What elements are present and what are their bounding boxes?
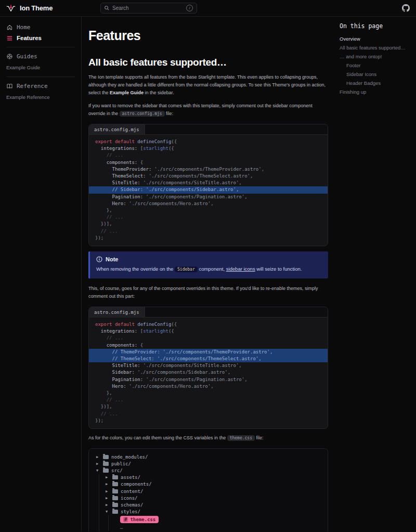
- site-title[interactable]: Ion Theme: [20, 4, 53, 12]
- toc-link[interactable]: Sidebar Icons: [340, 70, 411, 79]
- code-line: export default defineConfig({: [89, 138, 328, 145]
- inline-code: astro.config.mjs: [120, 111, 165, 117]
- tree-folder[interactable]: ▼styles/: [106, 509, 320, 515]
- paragraph: As for the colors, you can edit them usi…: [88, 434, 328, 442]
- github-link[interactable]: [402, 4, 410, 12]
- file-tree: ▶node_modules/▶public/▼src/▶assets/▶comp…: [88, 448, 328, 531]
- sidebar-group-label: Reference: [17, 83, 48, 90]
- code-line: Hero: './src/components/Hero.astro',: [89, 383, 328, 390]
- folder-name: src/: [111, 468, 123, 473]
- caret-right-icon: ▶: [106, 475, 110, 479]
- code-line: });: [89, 417, 328, 424]
- tree-folder[interactable]: ▶public/: [96, 460, 320, 467]
- paragraph: The Ion template supports all features f…: [88, 73, 328, 97]
- folder-name: public/: [111, 461, 131, 466]
- code-line: },: [89, 207, 328, 214]
- caret-down-icon: ▼: [96, 468, 100, 473]
- toc-link[interactable]: Overview: [340, 34, 411, 43]
- caret-down-icon: ▼: [106, 510, 110, 514]
- page-layout: Home Features Guides Example Guide: [0, 17, 416, 531]
- toc-link[interactable]: … and more ontop!: [340, 52, 411, 61]
- tree-ellipsis: …: [120, 525, 123, 530]
- sidebar-item-label: Home: [17, 24, 31, 31]
- sidebar-item-example-reference[interactable]: Example Reference: [6, 92, 75, 102]
- code-line: components: {: [89, 342, 328, 349]
- sidebar-group-guides[interactable]: Guides: [6, 52, 75, 61]
- code-line: ThemeProvider: './src/components/ThemePr…: [89, 166, 328, 173]
- lifebuoy-icon: [6, 54, 13, 59]
- code-area: export default defineConfig({ integratio…: [89, 318, 328, 428]
- code-area: export default defineConfig({ integratio…: [89, 135, 328, 246]
- code-line: // ...: [89, 335, 328, 341]
- sidebar-group-reference[interactable]: Reference: [6, 81, 75, 91]
- code-line: // ...: [89, 411, 328, 417]
- code-line: Pagination: './src/components/Pagination…: [89, 376, 328, 383]
- code-line: integrations: [starlight({: [89, 145, 328, 152]
- folder-icon: [103, 455, 109, 459]
- search-placeholder: Search: [112, 5, 183, 11]
- tree-file: #theme.css: [115, 515, 320, 524]
- file-name: theme.css: [130, 517, 155, 522]
- code-line-highlighted: // ThemeSelect: './src/components/ThemeS…: [89, 356, 328, 362]
- folder-icon: [112, 503, 118, 507]
- book-icon: [6, 83, 13, 89]
- toc-title: On this page: [340, 22, 411, 30]
- code-tab-filename: astro.config.mjs: [89, 307, 145, 317]
- note-body: When removing the override on the Sideba…: [96, 265, 322, 273]
- tree-folder[interactable]: ▶content/: [106, 488, 320, 495]
- sidebar-nav: Home Features Guides Example Guide: [0, 17, 82, 531]
- search-shortcut-badge: /: [186, 5, 193, 11]
- folder-name: assets/: [121, 475, 140, 480]
- tree-folder[interactable]: ▶assets/: [106, 474, 320, 481]
- highlighted-file-badge: #theme.css: [120, 516, 159, 523]
- main-content: Features All basic features supported… T…: [82, 17, 335, 531]
- sidebar-item-features[interactable]: Features: [6, 33, 75, 43]
- tree-more: …: [115, 524, 320, 531]
- code-block-themes-commented: astro.config.mjs export default defineCo…: [88, 307, 328, 429]
- folder-name: content/: [121, 489, 143, 494]
- toc-links: OverviewAll basic features supported…… a…: [340, 34, 411, 96]
- code-line: SiteTitle: './src/components/SiteTitle.a…: [89, 362, 328, 369]
- list-icon: [6, 35, 13, 41]
- sidebar-item-example-guide[interactable]: Example Guide: [6, 62, 75, 72]
- paragraph: This, of course, goes for any of the com…: [88, 285, 328, 300]
- code-line: ThemeSelect: './src/components/ThemeSele…: [89, 173, 328, 180]
- code-tab-filename: astro.config.mjs: [89, 124, 145, 134]
- tree-folder[interactable]: ▶components/: [106, 481, 320, 488]
- caret-right-icon: ▶: [96, 462, 100, 466]
- code-line: // ...: [89, 397, 328, 403]
- code-line: Pagination: './src/components/Pagination…: [89, 194, 328, 200]
- folder-icon: [112, 496, 118, 500]
- folder-icon: [103, 462, 109, 466]
- folder-icon: [103, 468, 109, 473]
- folder-icon: [112, 489, 118, 493]
- sidebar-divider: [6, 77, 75, 77]
- tree-children: #theme.css…: [108, 515, 320, 531]
- sidebar-item-home[interactable]: Home: [6, 22, 75, 32]
- folder-name: node_modules/: [111, 454, 148, 460]
- caret-right-icon: ▶: [96, 455, 100, 459]
- home-icon: [6, 24, 13, 30]
- code-line: })],: [89, 221, 328, 227]
- toc-link[interactable]: Footer: [340, 61, 411, 70]
- note-header: Note: [96, 256, 322, 262]
- search-input[interactable]: Search /: [100, 3, 197, 14]
- code-line: Hero: './src/components/Hero.astro',: [89, 200, 328, 207]
- tree-folder[interactable]: ▼src/: [96, 467, 320, 474]
- css-file-icon: #: [123, 517, 128, 522]
- code-line: integrations: [starlight({: [89, 328, 328, 335]
- code-line: export default defineConfig({: [89, 321, 328, 328]
- tree-folder[interactable]: ▶node_modules/: [96, 453, 320, 460]
- github-icon: [402, 4, 410, 12]
- tree-folder[interactable]: ▶schemas/: [106, 501, 320, 508]
- code-line: // ...: [89, 228, 328, 235]
- toc-link[interactable]: Finishing up: [340, 87, 411, 96]
- sidebar-icons-link[interactable]: sidebar icons: [226, 266, 255, 272]
- toc-link[interactable]: Header Badges: [340, 79, 411, 87]
- toc-link[interactable]: All basic features supported…: [340, 43, 411, 52]
- code-line: components: {: [89, 159, 328, 166]
- code-line-highlighted: // ThemeProvider: './src/components/Them…: [89, 349, 328, 356]
- tree-more: …: [106, 531, 320, 531]
- code-line: });: [89, 235, 328, 242]
- tree-folder[interactable]: ▶icons/: [106, 495, 320, 501]
